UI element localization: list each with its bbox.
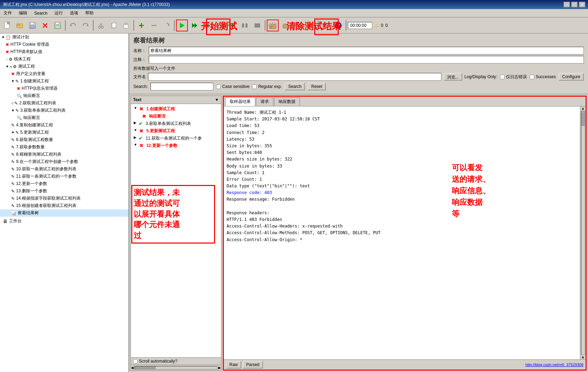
stop-button[interactable] xyxy=(201,20,213,31)
result-row-11[interactable]: ▶ ✔ 11.获取一条测试工程的一个参 xyxy=(132,135,220,142)
hscroll-left[interactable]: ◀ xyxy=(131,366,134,370)
tree-item-testplan[interactable]: ▼ 📋 测试计划 xyxy=(0,34,128,41)
expand-create[interactable]: ▼ xyxy=(11,79,15,83)
tree-item-ceshiProject[interactable]: ▼ ● ⚙ 测试工程 xyxy=(0,63,128,70)
search-input[interactable] xyxy=(150,83,213,90)
tree-item-getparam[interactable]: ✎ 11.获取一条测试工程的一个参数 xyxy=(0,173,128,180)
tree-item-xiantiProject[interactable]: ○ ⚙ 线体工程 xyxy=(0,55,128,63)
regular-exp-checkbox[interactable] xyxy=(252,84,257,89)
menu-search[interactable]: Search xyxy=(33,10,49,16)
raw-button[interactable]: Raw xyxy=(226,361,241,369)
tree-item-getlist[interactable]: ○ ✎ 2.获取测试工程列表 xyxy=(0,99,128,107)
expand-testplan[interactable]: ▼ xyxy=(1,35,5,39)
expand-ceshi[interactable]: ▼ xyxy=(6,65,9,68)
scroll-auto-checkbox[interactable] xyxy=(133,359,138,364)
tree-item-cookie[interactable]: ✖ HTTP Cookie 管理器 xyxy=(0,41,128,48)
tree-item-paramcount[interactable]: ✎ 7.获取参数数量 xyxy=(0,143,128,151)
remote-start-button[interactable] xyxy=(226,20,238,31)
menu-file[interactable]: 文件 xyxy=(2,9,13,17)
name-input[interactable] xyxy=(149,47,584,54)
expand-11[interactable]: ▶ xyxy=(134,135,137,139)
result-row-12[interactable]: ▼ ✖ 12.更新一个参数 xyxy=(132,142,220,149)
refresh-button[interactable] xyxy=(161,20,172,31)
remove-button[interactable] xyxy=(148,20,160,31)
open-button[interactable] xyxy=(14,20,26,31)
successes-check[interactable]: Successes xyxy=(530,74,556,79)
vscroll-bar[interactable]: ▲ ▼ xyxy=(580,106,586,359)
tree-item-assert1[interactable]: 🔍 响应断言 xyxy=(0,92,128,99)
expand-1[interactable]: ▼ xyxy=(134,106,137,110)
vscroll-track[interactable] xyxy=(581,111,585,355)
hscroll-thumb[interactable] xyxy=(135,366,156,369)
list-view-button[interactable] xyxy=(320,20,332,31)
comment-input[interactable] xyxy=(149,56,584,64)
result-item-1[interactable]: ▼ ✖ 1.创建测试工程 ✖ 响应断言 xyxy=(132,105,220,120)
configure-button[interactable]: Configure xyxy=(559,73,584,81)
case-sensitive-check[interactable]: Case sensitive xyxy=(216,84,249,89)
successes-checkbox[interactable] xyxy=(530,75,534,79)
tree-item-update[interactable]: ▼ ✎ 5.更新测试工程 xyxy=(0,129,128,136)
filename-input[interactable] xyxy=(148,73,441,81)
tree-item-assert2[interactable]: 🔍 响应断言 xyxy=(0,114,128,121)
workbench-item[interactable]: 🖥 工作台 xyxy=(0,217,128,225)
menu-help[interactable]: 帮助 xyxy=(84,9,95,17)
expand-update[interactable]: ▼ xyxy=(11,131,15,134)
hscroll-bar[interactable]: ◀ ▶ xyxy=(131,365,221,370)
expand-12[interactable]: ▼ xyxy=(134,143,137,147)
vscroll-up[interactable]: ▲ xyxy=(581,106,585,110)
hscroll-right[interactable]: ▶ xyxy=(218,366,221,370)
tree-item-fuzzy[interactable]: ✎ 8.模糊查询测试工程列表 xyxy=(0,151,128,158)
tree-item-createparam[interactable]: ✎ 9.在一个测试工程中创建一个参数 xyxy=(0,158,128,165)
tab-request[interactable]: 请求 xyxy=(256,97,273,106)
clear-all-button[interactable]: ✓ xyxy=(267,20,279,31)
menu-run[interactable]: 运行 xyxy=(53,9,64,17)
maximize-button[interactable]: □ xyxy=(571,2,578,7)
menu-edit[interactable]: 编辑 xyxy=(17,9,29,17)
tree-item-create[interactable]: ▼ ✎ 1.创建测试工程 xyxy=(0,77,128,85)
tree-item-http-default[interactable]: ✖ HTTP请求默认值 xyxy=(0,48,128,55)
search-toolbar-button[interactable] xyxy=(292,20,304,31)
reset-button[interactable]: Reset xyxy=(308,83,325,90)
parsed-button[interactable]: Parsed xyxy=(243,361,263,369)
result-row-5[interactable]: ▼ ✖ 5.更新测试工程 xyxy=(132,127,220,135)
hscroll-track[interactable] xyxy=(134,366,218,370)
tree-item-http-header[interactable]: ✖ HTTP信息头管理器 xyxy=(0,85,128,92)
tree-item-assignfield[interactable]: ✎ 14.根据指派字段获取测试工程列表 xyxy=(0,195,128,202)
close-button[interactable]: ✕ xyxy=(579,2,585,7)
result-row-1[interactable]: ▼ ✖ 1.创建测试工程 xyxy=(132,105,220,113)
result-row-1-1[interactable]: ✖ 响应断言 xyxy=(141,113,220,120)
redo-button[interactable] xyxy=(80,20,91,31)
tab-sampler-result[interactable]: 取样器结果 xyxy=(225,97,255,106)
save-button[interactable] xyxy=(27,20,38,31)
cut-button[interactable] xyxy=(95,20,107,31)
remote-stop-button[interactable] xyxy=(239,20,251,31)
tree-item-count[interactable]: ✎ 6.获取测试工程数量 xyxy=(0,136,128,143)
tree-item-updateparam[interactable]: ✎ 12.更新一个参数 xyxy=(0,180,128,187)
add-button[interactable] xyxy=(135,20,147,31)
vscroll-down[interactable]: ▼ xyxy=(581,356,585,359)
errors-only-checkbox[interactable] xyxy=(500,75,505,79)
start-no-pause-button[interactable] xyxy=(189,20,200,31)
tree-item-viewresult[interactable]: 📊 察看结果树 xyxy=(0,209,128,217)
text-panel-content[interactable]: ▼ ✖ 1.创建测试工程 ✖ 响应断言 xyxy=(131,104,221,357)
browse-button[interactable]: 浏览... xyxy=(443,73,462,81)
tree-item-getparamlist[interactable]: ✎ 10.获取一条测试工程的参数列表 xyxy=(0,165,128,173)
expand-5[interactable]: ▼ xyxy=(134,128,137,132)
copy-button[interactable] xyxy=(108,20,119,31)
new-button[interactable] xyxy=(1,20,13,31)
close-file-button[interactable] xyxy=(39,20,51,31)
case-sensitive-checkbox[interactable] xyxy=(216,84,221,89)
regular-exp-check[interactable]: Regular exp. xyxy=(252,84,282,89)
tree-item-bycreator[interactable]: ✎ 15.根据创建者获取测试工程列表 xyxy=(0,202,128,209)
result-row-3[interactable]: ▶ ✔ 3.获取单条测试工程列表 xyxy=(132,120,220,127)
errors-only-check[interactable]: 仅日志错误 xyxy=(500,74,527,80)
remote-stop-all-button[interactable] xyxy=(251,20,263,31)
undo-button[interactable] xyxy=(67,20,79,31)
tree-item-getone[interactable]: ▼ ✎ 3.获取单条测试工程列表 xyxy=(0,107,128,114)
tab-response-data[interactable]: 响应数据 xyxy=(274,97,300,106)
search-button[interactable]: Search xyxy=(285,83,305,90)
paint-button[interactable] xyxy=(304,20,316,31)
help-button[interactable]: ? xyxy=(332,20,344,31)
shutdown-button[interactable] xyxy=(214,20,226,31)
clear-button[interactable] xyxy=(279,20,291,31)
